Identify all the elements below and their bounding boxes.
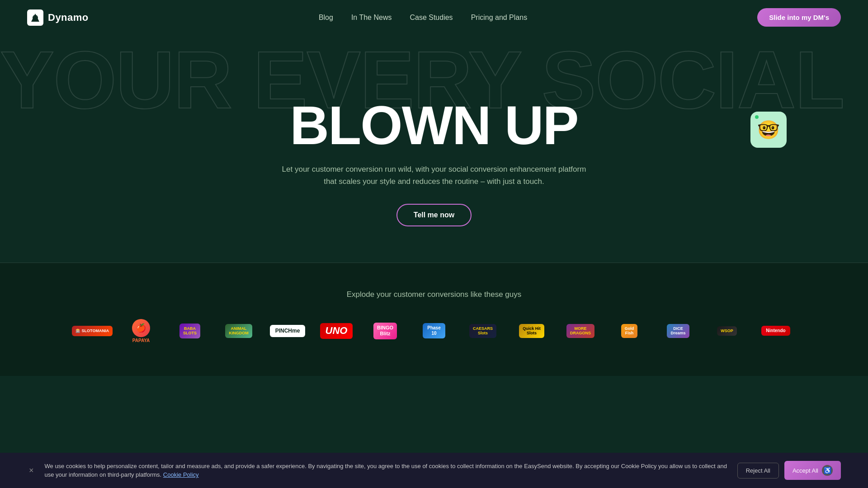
logos-section: Explode your customer conversions like t… xyxy=(0,263,868,376)
logo-goldfish: GoldFish xyxy=(607,317,651,344)
hero-subtitle: Let your customer conversion run wild, w… xyxy=(276,163,592,188)
hero-cta-button[interactable]: Tell me now xyxy=(396,204,472,226)
nav-blog[interactable]: Blog xyxy=(319,14,333,21)
logo-quickhit: Quick HitSlots xyxy=(509,317,554,344)
nav-in-the-news[interactable]: In The News xyxy=(351,14,392,21)
logo-text: Dynamo xyxy=(48,12,89,23)
logo-link[interactable]: Dynamo xyxy=(27,9,89,26)
logo-wsop: WSOP xyxy=(705,317,749,344)
logos-tagline: Explode your customer conversions like t… xyxy=(18,290,850,299)
logo-pinchme: PINCHme xyxy=(265,317,310,344)
logo-more-dragons: MOREDRAGONS xyxy=(558,317,603,344)
logo-dice-dreams: DICEDreams xyxy=(656,317,700,344)
logo-baba-slots: BABASLOTS xyxy=(168,317,212,344)
navbar: Dynamo Blog In The News Case Studies Pri… xyxy=(0,0,868,35)
nav-pricing[interactable]: Pricing and Plans xyxy=(471,14,528,21)
widget-face: 🤓 xyxy=(757,121,780,139)
nav-case-studies[interactable]: Case Studies xyxy=(410,14,453,21)
logo-icon xyxy=(27,9,43,26)
nav-links: Blog In The News Case Studies Pricing an… xyxy=(319,14,527,22)
svg-marker-0 xyxy=(31,14,39,22)
logo-caesars: CAESARSSlots xyxy=(461,317,505,344)
widget-dot xyxy=(755,115,759,119)
hero-title: BLOWN UP xyxy=(290,98,578,152)
logo-uno: UNO xyxy=(314,317,359,344)
logo-animal-kingdom: ANIMALKINGDOM xyxy=(217,317,261,344)
logo-phase10: Phase10 xyxy=(412,317,456,344)
logos-grid: 🎰 SLOTOMANIA 🍎 PAPAYA BABASLOTS ANIMALKI… xyxy=(18,317,850,344)
logo-nintendo: Nintendo xyxy=(754,317,798,344)
nav-cta-button[interactable]: Slide into my DM's xyxy=(757,8,841,27)
logo-papaya: 🍎 PAPAYA xyxy=(119,317,163,344)
logo-slotomania: 🎰 SLOTOMANIA xyxy=(70,317,114,344)
logo-bingo: BINGOBlitz xyxy=(363,317,407,344)
hero-section: YOUR EVERY SOCIAL IDEA 🤓 BLOWN UP Let yo… xyxy=(0,35,868,263)
floating-widget: 🤓 xyxy=(750,112,787,148)
